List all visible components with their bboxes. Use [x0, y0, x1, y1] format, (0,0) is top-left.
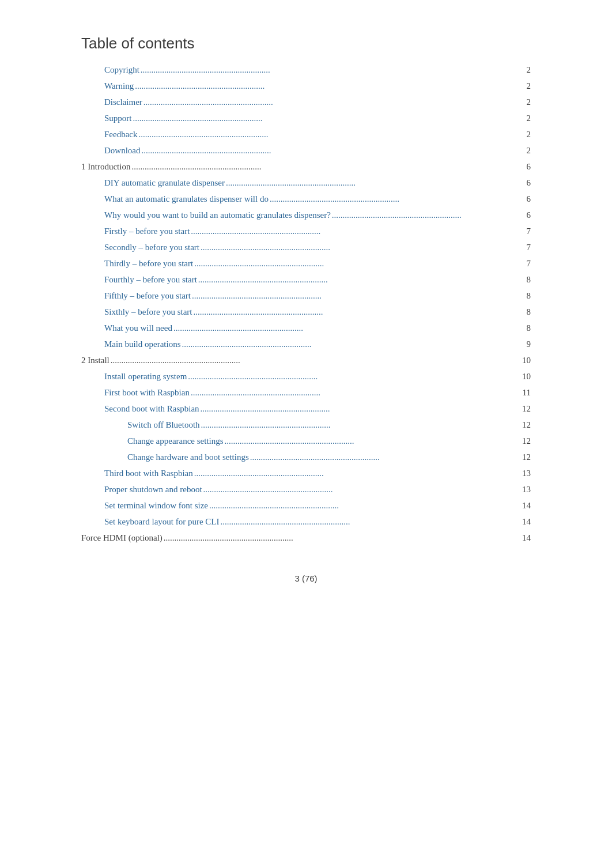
toc-item[interactable]: Third boot with Raspbian ...............… [81, 466, 531, 480]
toc-entry-label: 1 Introduction [81, 160, 130, 173]
toc-page-number: 2 [519, 79, 531, 93]
toc-page-number: 2 [519, 111, 531, 125]
toc-item[interactable]: Copyright ..............................… [81, 63, 531, 77]
toc-item[interactable]: Force HDMI (optional) ..................… [81, 531, 531, 545]
toc-entry-label: Support [104, 111, 132, 125]
toc-item[interactable]: Thirdly – before you start .............… [81, 256, 531, 270]
toc-entry-label: Sixthly – before you start [104, 305, 192, 319]
toc-page-number: 12 [519, 402, 531, 416]
toc-page-number: 12 [519, 450, 531, 464]
toc-entry-label: Copyright [104, 63, 139, 77]
toc-entry-label: What an automatic granulates dispenser w… [104, 192, 269, 206]
toc-dots: ........................................… [111, 353, 518, 367]
toc-dots: ........................................… [133, 111, 518, 125]
toc-entry-label: What you will need [104, 321, 172, 335]
toc-entry-label: Disclaimer [104, 95, 142, 109]
toc-list: Copyright ..............................… [81, 63, 531, 545]
toc-item[interactable]: Set terminal window font size ..........… [81, 499, 531, 512]
toc-item[interactable]: Fifthly – before you start .............… [81, 289, 531, 303]
toc-item[interactable]: Firstly – before you start .............… [81, 224, 531, 238]
toc-item[interactable]: First boot with Raspbian ...............… [81, 386, 531, 399]
toc-item[interactable]: Second boot with Raspbian ..............… [81, 402, 531, 416]
toc-page-number: 14 [519, 499, 531, 512]
toc-dots: ........................................… [225, 434, 518, 448]
toc-page-number: 2 [519, 127, 531, 141]
toc-page-number: 8 [519, 305, 531, 319]
toc-entry-label: Thirdly – before you start [104, 256, 193, 270]
toc-item[interactable]: Change appearance settings .............… [81, 434, 531, 448]
toc-item[interactable]: Warning ................................… [81, 79, 531, 93]
toc-page-number: 2 [519, 144, 531, 157]
toc-dots: ........................................… [201, 240, 518, 254]
toc-page-number: 9 [519, 337, 531, 351]
toc-entry-label: Why would you want to build an automatic… [104, 208, 331, 222]
toc-item[interactable]: Install operating system ...............… [81, 369, 531, 383]
toc-item[interactable]: Support ................................… [81, 111, 531, 125]
toc-item[interactable]: DIY automatic granulate dispenser ......… [81, 176, 531, 190]
toc-entry-label: Fifthly – before you start [104, 289, 191, 303]
toc-page-number: 14 [519, 531, 531, 545]
toc-dots: ........................................… [201, 418, 518, 432]
toc-item[interactable]: Fourthly – before you start ............… [81, 273, 531, 286]
toc-dots: ........................................… [201, 402, 518, 416]
toc-dots: ........................................… [191, 386, 518, 399]
toc-item[interactable]: Disclaimer .............................… [81, 95, 531, 109]
toc-item[interactable]: What you will need .....................… [81, 321, 531, 335]
toc-dots: ........................................… [164, 531, 518, 545]
toc-entry-label: Force HDMI (optional) [81, 531, 163, 545]
toc-entry-label: Warning [104, 79, 134, 93]
toc-item[interactable]: Change hardware and boot settings ......… [81, 450, 531, 464]
toc-item[interactable]: Why would you want to build an automatic… [81, 208, 531, 222]
toc-dots: ........................................… [192, 289, 518, 303]
toc-page-number: 10 [519, 369, 531, 383]
toc-dots: ........................................… [209, 499, 518, 512]
toc-dots: ........................................… [138, 127, 518, 141]
toc-page-number: 12 [519, 418, 531, 432]
toc-page-number: 6 [519, 160, 531, 173]
toc-dots: ........................................… [250, 450, 518, 464]
toc-entry-label: 2 Install [81, 353, 109, 367]
toc-entry-label: Third boot with Raspbian [104, 466, 193, 480]
toc-dots: ........................................… [142, 144, 519, 157]
toc-dots: ........................................… [226, 176, 518, 190]
toc-dots: ........................................… [141, 63, 518, 77]
toc-item[interactable]: Sixthly – before you start .............… [81, 305, 531, 319]
toc-page-number: 10 [519, 353, 531, 367]
toc-item[interactable]: Set keyboard layout for pure CLI .......… [81, 515, 531, 529]
toc-dots: ........................................… [198, 273, 518, 286]
toc-item[interactable]: Feedback ...............................… [81, 127, 531, 141]
toc-entry-label: Proper shutdown and reboot [104, 482, 202, 496]
toc-item[interactable]: Secondly – before you start ............… [81, 240, 531, 254]
toc-item[interactable]: 1 Introduction .........................… [81, 160, 531, 173]
page-container: Table of contents Copyright ............… [81, 35, 531, 845]
toc-page-number: 6 [519, 208, 531, 222]
toc-item[interactable]: Download ...............................… [81, 144, 531, 157]
toc-entry-label: Firstly – before you start [104, 224, 190, 238]
toc-page-number: 8 [519, 273, 531, 286]
toc-item[interactable]: What an automatic granulates dispenser w… [81, 192, 531, 206]
toc-entry-label: Install operating system [104, 369, 187, 383]
toc-page-number: 8 [519, 321, 531, 335]
toc-page-number: 6 [519, 192, 531, 206]
toc-entry-label: Feedback [104, 127, 137, 141]
toc-dots: ........................................… [191, 224, 518, 238]
toc-entry-label: Secondly – before you start [104, 240, 199, 254]
toc-page-number: 11 [519, 386, 531, 399]
toc-item[interactable]: 2 Install ..............................… [81, 353, 531, 367]
toc-dots: ........................................… [131, 160, 518, 173]
toc-dots: ........................................… [332, 208, 518, 222]
toc-item[interactable]: Proper shutdown and reboot .............… [81, 482, 531, 496]
toc-item[interactable]: Switch off Bluetooth ...................… [81, 418, 531, 432]
toc-entry-label: Set terminal window font size [104, 499, 208, 512]
toc-entry-label: Set keyboard layout for pure CLI [104, 515, 220, 529]
toc-dots: ........................................… [135, 79, 518, 93]
toc-page-number: 2 [519, 95, 531, 109]
toc-dots: ........................................… [173, 321, 518, 335]
toc-page-number: 6 [519, 176, 531, 190]
toc-dots: ........................................… [193, 305, 518, 319]
toc-page-number: 2 [519, 63, 531, 77]
toc-dots: ........................................… [194, 466, 518, 480]
toc-dots: ........................................… [188, 369, 518, 383]
toc-item[interactable]: Main build operations ..................… [81, 337, 531, 351]
toc-entry-label: Main build operations [104, 337, 180, 351]
